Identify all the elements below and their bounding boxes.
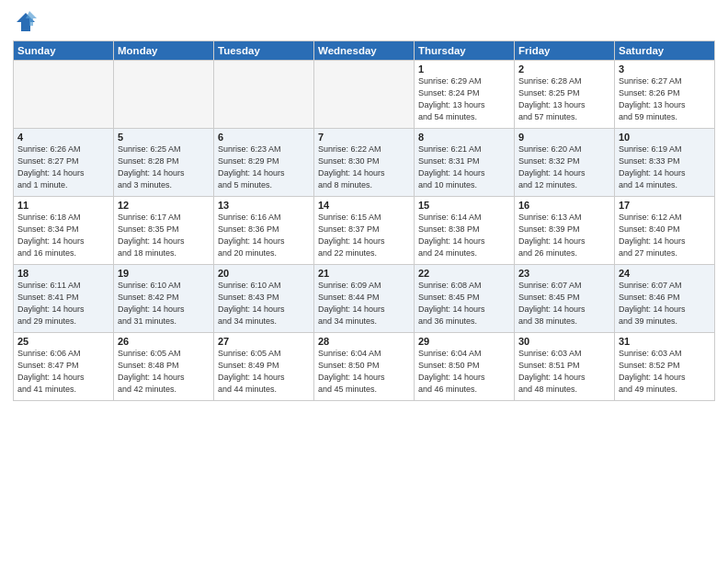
- table-row: 26Sunrise: 6:05 AMSunset: 8:48 PMDayligh…: [114, 333, 214, 401]
- day-number: 19: [118, 268, 210, 279]
- day-info: Sunrise: 6:06 AMSunset: 8:47 PMDaylight:…: [17, 348, 109, 396]
- col-sunday: Sunday: [14, 41, 114, 61]
- table-row: 18Sunrise: 6:11 AMSunset: 8:41 PMDayligh…: [14, 265, 114, 333]
- table-row: 20Sunrise: 6:10 AMSunset: 8:43 PMDayligh…: [214, 265, 314, 333]
- page: Sunday Monday Tuesday Wednesday Thursday…: [0, 0, 728, 563]
- calendar-week-row: 25Sunrise: 6:06 AMSunset: 8:47 PMDayligh…: [14, 333, 715, 401]
- day-info: Sunrise: 6:04 AMSunset: 8:50 PMDaylight:…: [318, 348, 410, 396]
- table-row: 17Sunrise: 6:12 AMSunset: 8:40 PMDayligh…: [615, 197, 715, 265]
- day-number: 11: [17, 200, 109, 211]
- table-row: 19Sunrise: 6:10 AMSunset: 8:42 PMDayligh…: [114, 265, 214, 333]
- day-info: Sunrise: 6:16 AMSunset: 8:36 PMDaylight:…: [218, 212, 310, 259]
- day-info: Sunrise: 6:23 AMSunset: 8:29 PMDaylight:…: [218, 144, 310, 191]
- day-number: 22: [418, 268, 510, 279]
- day-number: 23: [518, 268, 610, 279]
- table-row: 8Sunrise: 6:21 AMSunset: 8:31 PMDaylight…: [415, 129, 515, 197]
- table-row: 29Sunrise: 6:04 AMSunset: 8:50 PMDayligh…: [415, 333, 515, 401]
- table-row: 10Sunrise: 6:19 AMSunset: 8:33 PMDayligh…: [615, 129, 715, 197]
- table-row: 11Sunrise: 6:18 AMSunset: 8:34 PMDayligh…: [14, 197, 114, 265]
- table-row: 30Sunrise: 6:03 AMSunset: 8:51 PMDayligh…: [515, 333, 615, 401]
- day-info: Sunrise: 6:09 AMSunset: 8:44 PMDaylight:…: [318, 280, 410, 327]
- table-row: 5Sunrise: 6:25 AMSunset: 8:28 PMDaylight…: [114, 129, 214, 197]
- day-number: 27: [218, 336, 310, 347]
- day-number: 2: [518, 63, 610, 75]
- table-row: 9Sunrise: 6:20 AMSunset: 8:32 PMDaylight…: [515, 129, 615, 197]
- day-number: 9: [518, 132, 610, 143]
- day-number: 3: [619, 63, 711, 75]
- day-info: Sunrise: 6:25 AMSunset: 8:28 PMDaylight:…: [118, 144, 210, 191]
- day-number: 16: [518, 200, 610, 211]
- day-number: 17: [619, 200, 711, 211]
- day-info: Sunrise: 6:03 AMSunset: 8:51 PMDaylight:…: [518, 348, 610, 396]
- table-row: 12Sunrise: 6:17 AMSunset: 8:35 PMDayligh…: [114, 197, 214, 265]
- calendar-table: Sunday Monday Tuesday Wednesday Thursday…: [13, 40, 715, 401]
- col-wednesday: Wednesday: [314, 41, 415, 61]
- table-row: [314, 61, 415, 129]
- day-info: Sunrise: 6:14 AMSunset: 8:38 PMDaylight:…: [418, 212, 510, 259]
- day-number: 1: [418, 63, 510, 75]
- table-row: 22Sunrise: 6:08 AMSunset: 8:45 PMDayligh…: [415, 265, 515, 333]
- table-row: 1Sunrise: 6:29 AMSunset: 8:24 PMDaylight…: [415, 61, 515, 129]
- table-row: 6Sunrise: 6:23 AMSunset: 8:29 PMDaylight…: [214, 129, 314, 197]
- day-info: Sunrise: 6:29 AMSunset: 8:24 PMDaylight:…: [418, 75, 510, 123]
- calendar-week-row: 11Sunrise: 6:18 AMSunset: 8:34 PMDayligh…: [14, 197, 715, 265]
- table-row: 25Sunrise: 6:06 AMSunset: 8:47 PMDayligh…: [14, 333, 114, 401]
- table-row: 15Sunrise: 6:14 AMSunset: 8:38 PMDayligh…: [415, 197, 515, 265]
- day-number: 26: [118, 336, 210, 347]
- table-row: 27Sunrise: 6:05 AMSunset: 8:49 PMDayligh…: [214, 333, 314, 401]
- day-number: 6: [218, 132, 310, 143]
- logo: [13, 9, 40, 35]
- col-monday: Monday: [114, 41, 214, 61]
- day-number: 21: [318, 268, 410, 279]
- day-info: Sunrise: 6:04 AMSunset: 8:50 PMDaylight:…: [418, 348, 510, 396]
- day-number: 5: [118, 132, 210, 143]
- day-number: 20: [218, 268, 310, 279]
- day-info: Sunrise: 6:07 AMSunset: 8:45 PMDaylight:…: [518, 280, 610, 327]
- day-number: 7: [318, 132, 410, 143]
- day-info: Sunrise: 6:13 AMSunset: 8:39 PMDaylight:…: [518, 212, 610, 259]
- day-number: 14: [318, 200, 410, 211]
- day-info: Sunrise: 6:18 AMSunset: 8:34 PMDaylight:…: [17, 212, 109, 259]
- day-info: Sunrise: 6:17 AMSunset: 8:35 PMDaylight:…: [118, 212, 210, 259]
- col-thursday: Thursday: [415, 41, 515, 61]
- day-number: 29: [418, 336, 510, 347]
- table-row: 31Sunrise: 6:03 AMSunset: 8:52 PMDayligh…: [615, 333, 715, 401]
- table-row: 23Sunrise: 6:07 AMSunset: 8:45 PMDayligh…: [515, 265, 615, 333]
- day-info: Sunrise: 6:27 AMSunset: 8:26 PMDaylight:…: [619, 75, 711, 123]
- day-info: Sunrise: 6:28 AMSunset: 8:25 PMDaylight:…: [518, 75, 610, 123]
- day-number: 8: [418, 132, 510, 143]
- col-friday: Friday: [515, 41, 615, 61]
- day-number: 30: [518, 336, 610, 347]
- day-number: 13: [218, 200, 310, 211]
- day-info: Sunrise: 6:20 AMSunset: 8:32 PMDaylight:…: [518, 144, 610, 191]
- day-info: Sunrise: 6:08 AMSunset: 8:45 PMDaylight:…: [418, 280, 510, 327]
- table-row: 16Sunrise: 6:13 AMSunset: 8:39 PMDayligh…: [515, 197, 615, 265]
- header: [13, 9, 715, 35]
- calendar-week-row: 18Sunrise: 6:11 AMSunset: 8:41 PMDayligh…: [14, 265, 715, 333]
- day-number: 25: [17, 336, 109, 347]
- day-info: Sunrise: 6:03 AMSunset: 8:52 PMDaylight:…: [619, 348, 711, 396]
- day-info: Sunrise: 6:15 AMSunset: 8:37 PMDaylight:…: [318, 212, 410, 259]
- table-row: 28Sunrise: 6:04 AMSunset: 8:50 PMDayligh…: [314, 333, 415, 401]
- table-row: 13Sunrise: 6:16 AMSunset: 8:36 PMDayligh…: [214, 197, 314, 265]
- day-number: 28: [318, 336, 410, 347]
- table-row: 21Sunrise: 6:09 AMSunset: 8:44 PMDayligh…: [314, 265, 415, 333]
- day-number: 24: [619, 268, 711, 279]
- table-row: 14Sunrise: 6:15 AMSunset: 8:37 PMDayligh…: [314, 197, 415, 265]
- day-info: Sunrise: 6:26 AMSunset: 8:27 PMDaylight:…: [17, 144, 109, 191]
- table-row: 2Sunrise: 6:28 AMSunset: 8:25 PMDaylight…: [515, 61, 615, 129]
- table-row: 4Sunrise: 6:26 AMSunset: 8:27 PMDaylight…: [14, 129, 114, 197]
- table-row: 3Sunrise: 6:27 AMSunset: 8:26 PMDaylight…: [615, 61, 715, 129]
- day-info: Sunrise: 6:11 AMSunset: 8:41 PMDaylight:…: [17, 280, 109, 327]
- day-number: 12: [118, 200, 210, 211]
- day-info: Sunrise: 6:21 AMSunset: 8:31 PMDaylight:…: [418, 144, 510, 191]
- day-info: Sunrise: 6:10 AMSunset: 8:43 PMDaylight:…: [218, 280, 310, 327]
- day-number: 15: [418, 200, 510, 211]
- table-row: [14, 61, 114, 129]
- col-tuesday: Tuesday: [214, 41, 314, 61]
- calendar-header-row: Sunday Monday Tuesday Wednesday Thursday…: [14, 41, 715, 61]
- logo-icon: [13, 9, 39, 35]
- table-row: 24Sunrise: 6:07 AMSunset: 8:46 PMDayligh…: [615, 265, 715, 333]
- day-info: Sunrise: 6:05 AMSunset: 8:49 PMDaylight:…: [218, 348, 310, 396]
- day-info: Sunrise: 6:22 AMSunset: 8:30 PMDaylight:…: [318, 144, 410, 191]
